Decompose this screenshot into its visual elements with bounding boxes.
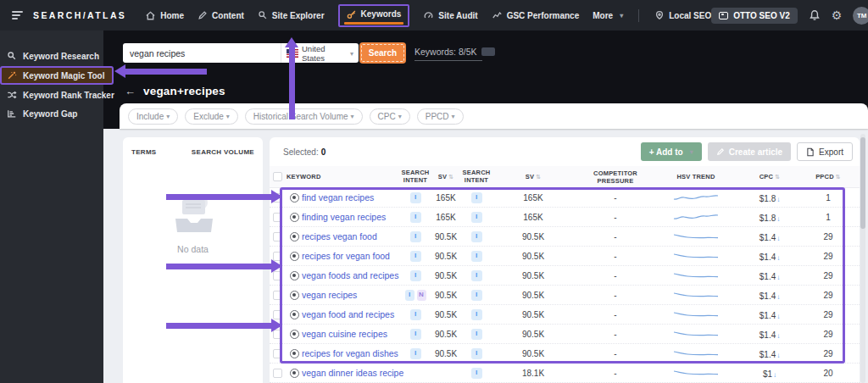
bullseye-icon[interactable]: [290, 291, 299, 300]
table-row[interactable]: recipes vegan food I 90.5K I 90.5K - $1.…: [270, 227, 860, 247]
competitor-pressure-value: -: [578, 193, 653, 203]
nav-home[interactable]: Home: [145, 10, 184, 21]
table-row[interactable]: recipes for vegan food I 90.5K I 90.5K -…: [270, 247, 860, 266]
search-button[interactable]: Search: [359, 42, 406, 64]
search-intent-badges-1: I: [403, 348, 427, 359]
keyword-link[interactable]: vegan cuisine recipes: [302, 329, 403, 339]
row-checkbox[interactable]: [273, 271, 282, 280]
table-row[interactable]: vegan food and recipes I 90.5K I 90.5K -…: [270, 305, 860, 325]
table-row[interactable]: vegan recipes IN 90.5K I 90.5K - $1.4 29: [270, 286, 860, 305]
filter-exclude[interactable]: Exclude: [185, 108, 238, 125]
nav-site-explorer[interactable]: Site Explorer: [258, 10, 325, 20]
intent-badge-I: I: [471, 231, 482, 242]
notifications-bell-icon[interactable]: [809, 9, 821, 21]
hamburger-menu-icon[interactable]: [12, 11, 23, 19]
keyword-link[interactable]: find vegan recipes: [302, 192, 403, 203]
header-sv-2[interactable]: SV: [488, 173, 578, 180]
bullseye-icon[interactable]: [290, 310, 299, 319]
bullseye-icon[interactable]: [290, 369, 299, 378]
bullseye-icon[interactable]: [290, 349, 299, 358]
sv-value-2: 90.5K: [488, 232, 578, 241]
bullseye-icon[interactable]: [290, 213, 299, 222]
sv-value-2: 165K: [488, 193, 578, 203]
competitor-pressure-value: -: [578, 310, 653, 319]
table-row[interactable]: find vegan recipes I 165K I 165K - $1.8 …: [270, 188, 860, 208]
keyword-search-input[interactable]: [123, 43, 281, 63]
row-checkbox[interactable]: [273, 193, 282, 203]
back-arrow-icon[interactable]: ←: [125, 85, 136, 97]
keyword-link[interactable]: vegan recipes: [302, 290, 403, 300]
keyword-link[interactable]: recipes for vegan food: [302, 251, 403, 261]
add-to-button[interactable]: + Add to: [641, 142, 702, 161]
header-hsv-trend[interactable]: HSV TREND: [653, 173, 739, 180]
sidebar-item-keyword-magic-tool[interactable]: Keyword Magic Tool: [0, 66, 114, 85]
sidebar-item-keyword-rank-tracker[interactable]: Keyword Rank Tracker: [0, 86, 103, 103]
sv-value-1: 90.5K: [427, 252, 465, 261]
header-search-intent-2[interactable]: SEARCH INTENT: [465, 169, 488, 184]
search-intent-badges-1: I: [403, 192, 427, 203]
ppcd-value: 29: [800, 310, 856, 319]
filter-cpc[interactable]: CPC: [370, 108, 410, 125]
row-checkbox[interactable]: [273, 232, 282, 241]
user-menu[interactable]: TM: [853, 7, 868, 25]
sidebar-item-keyword-research[interactable]: Keyword Research: [0, 47, 103, 64]
home-icon: [145, 10, 156, 21]
table-row[interactable]: finding vegan recipes I 165K I 165K - $1…: [270, 208, 860, 227]
terms-panel: TERMS SEARCH VOLUME No data: [123, 137, 263, 383]
bullseye-icon[interactable]: [290, 271, 299, 280]
keyword-link[interactable]: vegan dinner ideas recipes: [302, 368, 403, 378]
sidebar-item-keyword-gap[interactable]: Keyword Gap: [0, 105, 103, 122]
row-checkbox[interactable]: [273, 349, 282, 358]
row-checkbox[interactable]: [273, 291, 282, 300]
export-button[interactable]: Export: [797, 142, 853, 161]
keyword-link[interactable]: finding vegan recipes: [302, 212, 403, 222]
bullseye-icon[interactable]: [290, 252, 299, 261]
sv-value-1: 165K: [427, 213, 465, 222]
keywords-quota: Keywords: 8/5K: [415, 47, 495, 57]
nav-content[interactable]: Content: [198, 10, 244, 20]
keyword-link[interactable]: recipes vegan food: [302, 231, 403, 241]
table-row[interactable]: vegan dinner ideas recipes I 18.1K - $1 …: [270, 364, 860, 383]
bullseye-icon[interactable]: [290, 193, 299, 203]
row-checkbox[interactable]: [273, 252, 282, 261]
settings-gear-icon[interactable]: ⚙: [832, 9, 843, 21]
scrollbar-thumb[interactable]: [860, 137, 865, 229]
ppcd-value: 29: [800, 252, 856, 261]
select-all-checkbox[interactable]: [273, 172, 282, 181]
header-sv-1[interactable]: SV: [427, 173, 465, 180]
filter-historical-search-volume[interactable]: Historical Search Volume: [245, 108, 363, 125]
sv-value-2: 90.5K: [488, 349, 578, 358]
header-search-intent-1[interactable]: SEARCH INTENT: [403, 169, 427, 184]
vertical-scrollbar[interactable]: [860, 134, 865, 383]
table-row[interactable]: vegan cuisine recipes I 90.5K I 90.5K - …: [270, 325, 860, 344]
keyword-link[interactable]: recipes for vegan dishes: [302, 348, 403, 358]
create-article-button[interactable]: Create article: [708, 142, 791, 161]
nav-local-seo[interactable]: Local SEO: [654, 10, 711, 20]
header-competitor-pressure[interactable]: COMPETITOR PRESSURE: [578, 169, 653, 185]
filter-include[interactable]: Include: [128, 108, 178, 125]
table-toolbar: Selected:0 + Add to Create article Expor…: [270, 137, 860, 166]
row-checkbox[interactable]: [273, 369, 282, 378]
row-checkbox[interactable]: [273, 310, 282, 319]
keyword-link[interactable]: vegan foods and recipes: [302, 270, 403, 280]
country-select[interactable]: United States: [281, 43, 359, 63]
table-row[interactable]: vegan foods and recipes I 90.5K I 90.5K …: [270, 266, 860, 286]
filter-ppcd[interactable]: PPCD: [417, 108, 464, 125]
bullseye-icon[interactable]: [290, 232, 299, 241]
terms-column-header: TERMS: [131, 148, 157, 156]
nav-keywords[interactable]: Keywords: [338, 4, 410, 27]
competitor-pressure-value: -: [578, 213, 653, 222]
row-checkbox[interactable]: [273, 330, 282, 339]
nav-gsc-performance[interactable]: GSC Performance: [492, 10, 580, 20]
header-ppcd[interactable]: PPCD: [800, 173, 856, 180]
row-checkbox[interactable]: [273, 213, 282, 222]
bullseye-icon[interactable]: [290, 330, 299, 339]
header-keyword[interactable]: KEYWORD: [287, 173, 403, 180]
otto-seo-button[interactable]: OTTO SEO V2: [711, 8, 798, 24]
keyword-link[interactable]: vegan food and recipes: [302, 309, 403, 319]
nav-site-audit[interactable]: Site Audit: [423, 10, 477, 20]
header-cpc[interactable]: CPC: [739, 173, 800, 180]
table-row[interactable]: recipes for vegan dishes I 90.5K I 90.5K…: [270, 344, 860, 364]
nav-more[interactable]: More: [593, 11, 623, 20]
trend-down-icon: [776, 268, 780, 283]
